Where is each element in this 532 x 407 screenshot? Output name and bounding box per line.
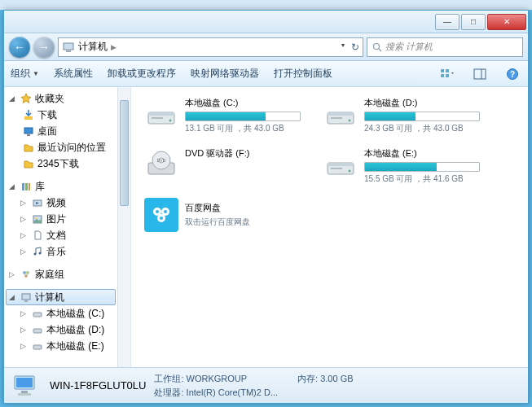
svg-rect-0 bbox=[64, 43, 73, 50]
sidebar-item-music[interactable]: ▷音乐 bbox=[4, 243, 130, 260]
drive-icon bbox=[323, 97, 358, 131]
navbar: ← → 计算机 ▶ ▾ ↻ 搜索 计算机 bbox=[4, 33, 528, 61]
drive-icon bbox=[144, 97, 178, 131]
collapse-icon[interactable]: ◢ bbox=[9, 182, 17, 190]
download-icon bbox=[22, 108, 35, 121]
memory-value: 3.00 GB bbox=[320, 374, 353, 383]
search-placeholder: 搜索 计算机 bbox=[385, 41, 433, 53]
folder-icon bbox=[22, 157, 35, 170]
map-drive-button[interactable]: 映射网络驱动器 bbox=[191, 67, 259, 81]
maximize-button[interactable]: □ bbox=[461, 14, 486, 30]
dvd-drive-item[interactable]: DVDDVD 驱动器 (F:) bbox=[141, 144, 304, 188]
preview-pane-icon[interactable] bbox=[471, 65, 489, 83]
drive-name: 本地磁盘 (D:) bbox=[364, 97, 480, 109]
svg-rect-27 bbox=[24, 300, 28, 302]
homegroup-icon bbox=[20, 268, 33, 281]
svg-rect-34 bbox=[152, 117, 163, 119]
svg-rect-55 bbox=[21, 391, 28, 393]
close-button[interactable]: ✕ bbox=[487, 14, 526, 30]
svg-rect-12 bbox=[24, 116, 33, 120]
svg-rect-29 bbox=[33, 329, 42, 333]
address-bar[interactable]: 计算机 ▶ ▾ ↻ bbox=[58, 37, 363, 57]
recent-icon bbox=[22, 141, 35, 154]
baidu-netdisk-item[interactable]: 百度网盘双击运行百度网盘 bbox=[141, 195, 304, 235]
star-icon bbox=[20, 92, 33, 105]
app-desc: 双击运行百度网盘 bbox=[185, 217, 301, 228]
search-input[interactable]: 搜索 计算机 bbox=[367, 37, 523, 57]
sidebar-favorites[interactable]: ◢ 收藏夹 bbox=[4, 90, 130, 107]
minimize-button[interactable]: — bbox=[435, 14, 459, 30]
drive-usage-bar bbox=[185, 112, 301, 121]
uninstall-programs-button[interactable]: 卸载或更改程序 bbox=[108, 67, 176, 81]
drive-icon bbox=[323, 147, 358, 182]
drive-item[interactable]: 本地磁盘 (D:)24.3 GB 可用 ，共 43.0 GB bbox=[320, 94, 483, 138]
forward-button[interactable]: → bbox=[33, 37, 55, 58]
svg-rect-28 bbox=[33, 313, 42, 317]
sidebar-item-documents[interactable]: ▷文档 bbox=[4, 227, 130, 243]
expand-icon[interactable]: ▷ bbox=[20, 199, 29, 207]
svg-rect-4 bbox=[441, 69, 444, 72]
memory-label: 内存: bbox=[297, 374, 318, 383]
sidebar-item-drive-d[interactable]: ▷本地磁盘 (D:) bbox=[4, 322, 130, 338]
sidebar-homegroup[interactable]: ▷家庭组 bbox=[4, 266, 130, 282]
svg-rect-32 bbox=[148, 112, 174, 116]
expand-icon[interactable]: ▷ bbox=[20, 231, 29, 239]
drive-icon bbox=[31, 307, 44, 320]
svg-rect-16 bbox=[25, 183, 28, 190]
svg-point-2 bbox=[374, 43, 380, 49]
cpu-value: Intel(R) Core(TM)2 D... bbox=[187, 387, 278, 397]
sidebar-item-recent[interactable]: 最近访问的位置 bbox=[4, 139, 130, 155]
svg-rect-26 bbox=[22, 294, 30, 300]
sidebar-computer[interactable]: ◢ 计算机 bbox=[6, 289, 116, 305]
expand-icon[interactable]: ▷ bbox=[20, 326, 29, 334]
control-panel-button[interactable]: 打开控制面板 bbox=[274, 67, 332, 81]
address-text: 计算机 bbox=[78, 40, 108, 54]
expand-icon[interactable]: ▷ bbox=[20, 342, 29, 350]
expand-icon[interactable]: ▷ bbox=[20, 215, 29, 223]
sidebar-item-drive-c[interactable]: ▷本地磁盘 (C:) bbox=[4, 305, 130, 322]
search-icon bbox=[372, 42, 382, 52]
library-icon bbox=[20, 180, 33, 193]
dvd-name: DVD 驱动器 (F:) bbox=[185, 147, 301, 160]
browser-tabs-hint bbox=[0, 0, 532, 10]
view-menu-icon[interactable] bbox=[438, 65, 456, 83]
help-icon[interactable]: ? bbox=[503, 65, 521, 83]
drive-item[interactable]: 本地磁盘 (E:)15.5 GB 可用 ，共 41.6 GB bbox=[320, 144, 483, 188]
drive-item[interactable]: 本地磁盘 (C:)13.1 GB 可用 ，共 43.0 GB bbox=[141, 94, 304, 138]
sidebar-item-2345[interactable]: 2345下载 bbox=[4, 155, 130, 172]
sidebar-scrollbar[interactable] bbox=[117, 87, 130, 367]
sidebar-item-downloads[interactable]: 下载 bbox=[4, 107, 130, 123]
expand-icon[interactable]: ▷ bbox=[20, 247, 29, 256]
expand-icon[interactable]: ▷ bbox=[9, 270, 17, 278]
expand-icon[interactable]: ▷ bbox=[20, 309, 29, 317]
svg-point-37 bbox=[349, 120, 351, 122]
svg-text:?: ? bbox=[510, 70, 515, 79]
svg-rect-15 bbox=[22, 183, 24, 190]
address-dropdown-icon[interactable]: ▾ bbox=[341, 42, 345, 53]
scrollbar-thumb[interactable] bbox=[120, 100, 129, 206]
sidebar-item-pictures[interactable]: ▷图片 bbox=[4, 211, 130, 227]
workgroup-label: 工作组: bbox=[154, 374, 183, 383]
organize-menu[interactable]: 组织▼ bbox=[11, 67, 39, 81]
svg-rect-36 bbox=[328, 112, 354, 116]
sidebar-item-drive-e[interactable]: ▷本地磁盘 (E:) bbox=[4, 338, 130, 354]
computer-icon bbox=[62, 41, 75, 54]
content-pane: 本地磁盘 (C:)13.1 GB 可用 ，共 43.0 GB本地磁盘 (D:)2… bbox=[131, 87, 528, 367]
system-properties-button[interactable]: 系统属性 bbox=[54, 67, 93, 81]
svg-point-45 bbox=[349, 170, 351, 173]
music-icon bbox=[31, 245, 44, 258]
sidebar-item-videos[interactable]: ▷视频 bbox=[4, 195, 130, 211]
breadcrumb-arrow-icon[interactable]: ▶ bbox=[111, 43, 117, 51]
collapse-icon[interactable]: ◢ bbox=[9, 94, 17, 103]
explorer-window: — □ ✕ ← → 计算机 ▶ ▾ ↻ 搜索 计算机 组织▼ 系统属性 卸载或更… bbox=[3, 10, 529, 404]
drive-icon bbox=[31, 323, 44, 336]
collapse-icon[interactable]: ◢ bbox=[9, 293, 17, 301]
refresh-icon[interactable]: ↻ bbox=[351, 42, 359, 53]
baidu-icon bbox=[144, 198, 178, 232]
drive-usage-bar bbox=[364, 162, 480, 172]
back-button[interactable]: ← bbox=[9, 37, 30, 58]
sidebar-libraries[interactable]: ◢ 库 bbox=[4, 178, 130, 195]
sidebar-item-desktop[interactable]: 桌面 bbox=[4, 123, 130, 139]
cpu-label: 处理器: bbox=[154, 387, 183, 397]
app-name: 百度网盘 bbox=[185, 202, 301, 214]
